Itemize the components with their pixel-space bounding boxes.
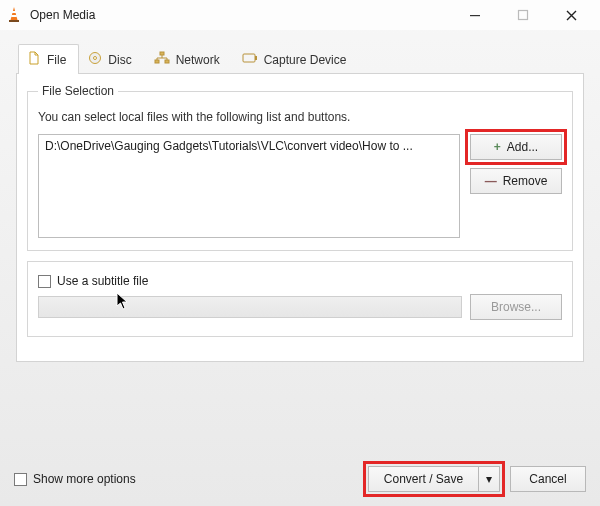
network-icon: [154, 51, 170, 68]
use-subtitle-label: Use a subtitle file: [57, 274, 148, 288]
cancel-button[interactable]: Cancel: [510, 466, 586, 492]
tab-network[interactable]: Network: [145, 44, 233, 74]
browse-subtitle-button: Browse...: [470, 294, 562, 320]
tab-disc[interactable]: Disc: [79, 44, 144, 74]
show-more-options-label: Show more options: [33, 472, 136, 486]
disc-icon: [88, 51, 102, 68]
remove-button-label: Remove: [503, 174, 548, 188]
subtitle-path-input: [38, 296, 462, 318]
client-area: File Disc Network Capture Device File Se…: [0, 30, 600, 372]
convert-save-splitbutton: Convert / Save ▾: [368, 466, 500, 492]
tab-file[interactable]: File: [18, 44, 79, 74]
file-icon: [27, 51, 41, 68]
svg-rect-1: [12, 11, 16, 13]
tab-network-label: Network: [176, 53, 220, 67]
file-list[interactable]: D:\OneDrive\Gauging Gadgets\Tutorials\VL…: [38, 134, 460, 238]
file-selection-legend: File Selection: [38, 84, 118, 98]
titlebar: Open Media: [0, 0, 600, 30]
remove-button[interactable]: — Remove: [470, 168, 562, 194]
window-controls: [460, 3, 594, 27]
list-item[interactable]: D:\OneDrive\Gauging Gadgets\Tutorials\VL…: [43, 137, 455, 155]
svg-marker-0: [11, 7, 18, 20]
svg-point-7: [94, 57, 97, 60]
vlc-cone-icon: [6, 7, 22, 23]
chevron-down-icon: ▾: [486, 472, 492, 486]
svg-rect-2: [11, 15, 17, 17]
browse-subtitle-label: Browse...: [491, 300, 541, 314]
tab-file-label: File: [47, 53, 66, 67]
minus-icon: —: [485, 174, 497, 188]
tab-capture-label: Capture Device: [264, 53, 347, 67]
convert-save-button[interactable]: Convert / Save: [368, 466, 478, 492]
add-button-label: Add...: [507, 140, 538, 154]
svg-rect-9: [155, 60, 159, 63]
close-button[interactable]: [556, 3, 586, 27]
convert-save-dropdown[interactable]: ▾: [478, 466, 500, 492]
capture-icon: [242, 51, 258, 68]
plus-icon: +: [494, 140, 501, 154]
svg-rect-10: [165, 60, 169, 63]
show-more-options-checkbox[interactable]: [14, 473, 27, 486]
svg-rect-4: [470, 15, 480, 16]
svg-rect-12: [255, 56, 257, 60]
maximize-button[interactable]: [508, 3, 538, 27]
add-button[interactable]: + Add...: [470, 134, 562, 160]
svg-rect-11: [243, 54, 255, 62]
convert-save-label: Convert / Save: [384, 472, 463, 486]
window-title: Open Media: [30, 8, 95, 22]
tab-capture[interactable]: Capture Device: [233, 44, 360, 74]
use-subtitle-checkbox[interactable]: [38, 275, 51, 288]
svg-rect-5: [519, 11, 528, 20]
minimize-button[interactable]: [460, 3, 490, 27]
file-panel: File Selection You can select local file…: [16, 74, 584, 362]
file-selection-hint: You can select local files with the foll…: [38, 110, 562, 124]
svg-rect-8: [160, 52, 164, 55]
dialog-footer: Show more options Convert / Save ▾ Cance…: [0, 456, 600, 506]
tab-disc-label: Disc: [108, 53, 131, 67]
file-selection-group: File Selection You can select local file…: [27, 84, 573, 251]
cancel-label: Cancel: [529, 472, 566, 486]
tabstrip: File Disc Network Capture Device: [16, 44, 584, 74]
svg-rect-3: [9, 20, 19, 22]
subtitle-group: Use a subtitle file Browse...: [27, 261, 573, 337]
